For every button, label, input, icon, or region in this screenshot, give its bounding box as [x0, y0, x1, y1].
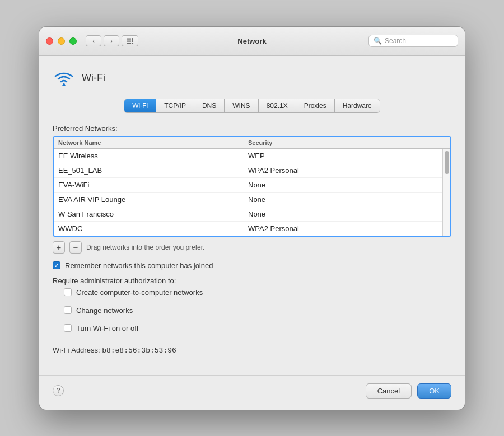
content-area: Wi-Fi Wi-Fi TCP/IP DNS WINS 802.1X Proxi… — [39, 56, 465, 366]
tab-bar: Wi-Fi TCP/IP DNS WINS 802.1X Proxies Har… — [53, 99, 451, 113]
table-row[interactable]: EVA-WiFi None — [54, 178, 442, 193]
require-change-networks-row: Change networks — [64, 306, 451, 315]
table-row[interactable]: EE Wireless WEP — [54, 149, 442, 163]
table-row[interactable]: W San Francisco None — [54, 207, 442, 222]
tab-hardware[interactable]: Hardware — [335, 99, 380, 112]
tab-wins[interactable]: WINS — [225, 99, 258, 112]
wifi-title: Wi-Fi — [82, 72, 105, 84]
require-change-networks-checkbox[interactable] — [64, 306, 72, 314]
preferred-networks-label: Preferred Networks: — [53, 124, 451, 133]
actions-row: + − Drag networks into the order you pre… — [53, 241, 451, 254]
tab-group: Wi-Fi TCP/IP DNS WINS 802.1X Proxies Har… — [124, 99, 380, 113]
nav-buttons: ‹ › — [86, 35, 119, 46]
search-box[interactable]: 🔍 Search — [368, 35, 458, 47]
table-scroll-area: EE Wireless WEP EE_501_LAB WPA2 Personal… — [54, 149, 450, 236]
titlebar: ‹ › Network 🔍 Search — [39, 27, 465, 56]
table-row[interactable]: WWDC WPA2 Personal — [54, 222, 442, 236]
search-icon: 🔍 — [374, 37, 382, 45]
drag-hint: Drag networks into the order you prefer. — [86, 243, 204, 251]
remember-networks-checkbox[interactable] — [53, 261, 60, 269]
tab-wifi[interactable]: Wi-Fi — [124, 99, 156, 112]
wifi-address-row: Wi-Fi Address: b8:e8:56:3b:53:96 — [53, 346, 451, 355]
search-input[interactable]: Search — [385, 37, 453, 45]
svg-point-0 — [63, 83, 65, 86]
dialog-buttons: Cancel OK — [366, 383, 451, 399]
scrollbar-thumb[interactable] — [445, 151, 449, 174]
grid-icon — [127, 38, 133, 44]
require-computer-to-computer-checkbox[interactable] — [64, 288, 72, 296]
scrollbar[interactable] — [442, 149, 450, 236]
add-network-button[interactable]: + — [53, 241, 65, 254]
table-row[interactable]: EE_501_LAB WPA2 Personal — [54, 163, 442, 178]
help-button[interactable]: ? — [53, 385, 64, 396]
wifi-icon — [53, 67, 75, 90]
require-computer-to-computer-label: Create computer-to-computer networks — [76, 288, 203, 297]
require-wifi-on-off-row: Turn Wi-Fi on or off — [64, 324, 451, 332]
tab-8021x[interactable]: 802.1X — [259, 99, 296, 112]
tab-dns[interactable]: DNS — [194, 99, 225, 112]
table-rows: EE Wireless WEP EE_501_LAB WPA2 Personal… — [54, 149, 442, 236]
maximize-button[interactable] — [69, 37, 77, 45]
cancel-button[interactable]: Cancel — [366, 383, 412, 399]
tab-tcpip[interactable]: TCP/IP — [156, 99, 194, 112]
forward-button[interactable]: › — [104, 35, 119, 46]
require-options: Create computer-to-computer networks Cha… — [53, 288, 451, 339]
traffic-lights — [46, 37, 77, 45]
remove-network-button[interactable]: − — [69, 241, 82, 254]
window-title: Network — [237, 37, 266, 45]
ok-button[interactable]: OK — [417, 383, 451, 399]
remember-networks-row: Remember networks this computer has join… — [53, 261, 451, 270]
column-header-name: Network Name — [58, 139, 248, 146]
require-wifi-on-off-checkbox[interactable] — [64, 324, 72, 332]
table-row[interactable]: EVA AIR VIP Lounge None — [54, 193, 442, 207]
grid-button[interactable] — [122, 35, 138, 46]
wifi-address-value: b8:e8:56:3b:53:96 — [102, 346, 176, 355]
back-button[interactable]: ‹ — [86, 35, 101, 46]
bottom-bar: ? Cancel OK — [39, 375, 465, 410]
remember-networks-label: Remember networks this computer has join… — [65, 261, 213, 270]
wifi-address-label: Wi-Fi Address: — [53, 346, 100, 354]
require-wifi-on-off-label: Turn Wi-Fi on or off — [76, 324, 138, 332]
require-auth-section: Require administrator authorization to: … — [53, 276, 451, 339]
column-header-security: Security — [248, 139, 438, 146]
require-auth-label: Require administrator authorization to: — [53, 276, 451, 285]
close-button[interactable] — [46, 37, 53, 45]
wifi-header: Wi-Fi — [53, 67, 451, 90]
minimize-button[interactable] — [58, 37, 65, 45]
main-window: ‹ › Network 🔍 Search — [39, 27, 465, 410]
tab-proxies[interactable]: Proxies — [296, 99, 335, 112]
table-header: Network Name Security — [54, 137, 450, 149]
network-table: Network Name Security EE Wireless WEP EE… — [53, 136, 451, 237]
require-change-networks-label: Change networks — [76, 306, 133, 315]
require-computer-to-computer-row: Create computer-to-computer networks — [64, 288, 451, 297]
